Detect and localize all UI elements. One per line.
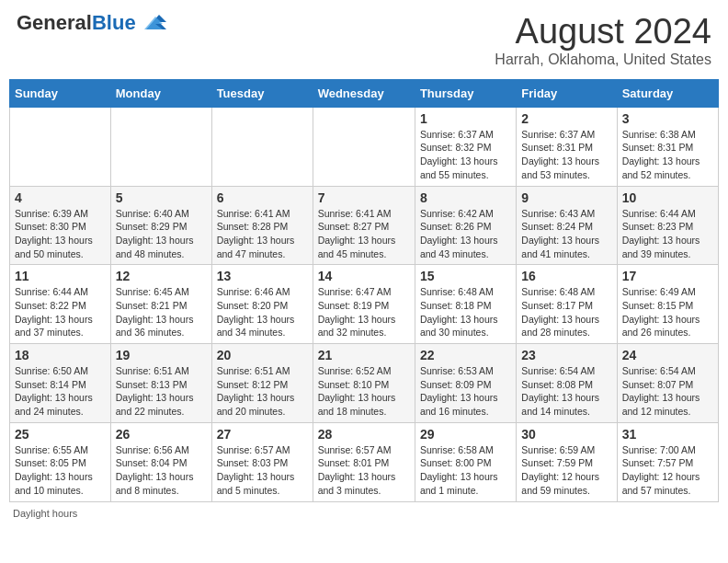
day-number: 10 (622, 190, 713, 205)
day-info: Sunrise: 6:42 AMSunset: 8:26 PMDaylight:… (420, 207, 511, 261)
logo: GeneralBlue (17, 13, 166, 33)
calendar-cell: 19Sunrise: 6:51 AMSunset: 8:13 PMDayligh… (110, 344, 211, 423)
day-number: 4 (15, 190, 106, 205)
logo-text: GeneralBlue (17, 13, 136, 33)
day-number: 21 (318, 348, 410, 362)
calendar-cell: 8Sunrise: 6:42 AMSunset: 8:26 PMDaylight… (415, 186, 516, 265)
day-info: Sunrise: 6:54 AMSunset: 8:08 PMDaylight:… (521, 364, 611, 419)
calendar-cell (313, 107, 415, 186)
day-info: Sunrise: 6:45 AMSunset: 8:21 PMDaylight:… (116, 285, 207, 339)
calendar-cell: 20Sunrise: 6:51 AMSunset: 8:12 PMDayligh… (211, 344, 313, 423)
calendar-cell: 7Sunrise: 6:41 AMSunset: 8:27 PMDaylight… (313, 186, 415, 265)
day-info: Sunrise: 6:50 AMSunset: 8:14 PMDaylight:… (15, 364, 106, 419)
day-info: Sunrise: 6:48 AMSunset: 8:18 PMDaylight:… (420, 285, 511, 339)
day-info: Sunrise: 6:39 AMSunset: 8:30 PMDaylight:… (15, 207, 106, 261)
day-info: Sunrise: 6:40 AMSunset: 8:29 PMDaylight:… (116, 207, 207, 261)
day-number: 6 (217, 190, 308, 205)
calendar-cell: 13Sunrise: 6:46 AMSunset: 8:20 PMDayligh… (211, 265, 313, 344)
day-info: Sunrise: 6:46 AMSunset: 8:20 PMDaylight:… (217, 285, 308, 339)
calendar-cell: 9Sunrise: 6:43 AMSunset: 8:24 PMDaylight… (517, 186, 617, 265)
day-number: 19 (116, 348, 207, 362)
day-info: Sunrise: 6:48 AMSunset: 8:17 PMDaylight:… (521, 285, 611, 339)
day-number: 16 (521, 269, 611, 283)
day-number: 2 (521, 111, 611, 126)
footer: Daylight hours (9, 508, 719, 519)
calendar-cell (110, 107, 211, 186)
day-info: Sunrise: 6:41 AMSunset: 8:27 PMDaylight:… (318, 207, 410, 261)
day-info: Sunrise: 6:51 AMSunset: 8:13 PMDaylight:… (116, 364, 207, 419)
day-header-monday: Monday (110, 79, 211, 107)
week-row-1: 1Sunrise: 6:37 AMSunset: 8:32 PMDaylight… (10, 107, 719, 186)
day-number: 9 (521, 190, 611, 205)
day-number: 18 (15, 348, 106, 362)
day-info: Sunrise: 6:47 AMSunset: 8:19 PMDaylight:… (318, 285, 410, 339)
day-info: Sunrise: 6:53 AMSunset: 8:09 PMDaylight:… (420, 364, 511, 419)
calendar-cell: 18Sunrise: 6:50 AMSunset: 8:14 PMDayligh… (10, 344, 111, 423)
day-info: Sunrise: 6:58 AMSunset: 8:00 PMDaylight:… (420, 443, 511, 498)
day-number: 15 (420, 269, 511, 283)
week-row-3: 11Sunrise: 6:44 AMSunset: 8:22 PMDayligh… (10, 265, 719, 344)
day-number: 17 (622, 269, 713, 283)
day-info: Sunrise: 6:55 AMSunset: 8:05 PMDaylight:… (15, 443, 106, 498)
day-number: 30 (521, 427, 611, 442)
calendar-cell: 27Sunrise: 6:57 AMSunset: 8:03 PMDayligh… (211, 422, 313, 501)
calendar-cell (211, 107, 313, 186)
page-header: GeneralBlue August 2024 Harrah, Oklahoma… (9, 9, 719, 72)
calendar-cell: 12Sunrise: 6:45 AMSunset: 8:21 PMDayligh… (110, 265, 211, 344)
day-info: Sunrise: 6:41 AMSunset: 8:28 PMDaylight:… (217, 207, 308, 261)
calendar-cell: 14Sunrise: 6:47 AMSunset: 8:19 PMDayligh… (313, 265, 415, 344)
day-info: Sunrise: 6:44 AMSunset: 8:22 PMDaylight:… (15, 285, 106, 339)
calendar-cell: 10Sunrise: 6:44 AMSunset: 8:23 PMDayligh… (617, 186, 718, 265)
days-header-row: SundayMondayTuesdayWednesdayThursdayFrid… (10, 79, 719, 107)
day-info: Sunrise: 6:59 AMSunset: 7:59 PMDaylight:… (521, 443, 611, 498)
day-number: 8 (420, 190, 511, 205)
day-number: 28 (318, 427, 410, 442)
day-number: 31 (622, 427, 713, 442)
day-number: 27 (217, 427, 308, 442)
day-info: Sunrise: 6:56 AMSunset: 8:04 PMDaylight:… (116, 443, 207, 498)
calendar-cell: 6Sunrise: 6:41 AMSunset: 8:28 PMDaylight… (211, 186, 313, 265)
day-number: 29 (420, 427, 511, 442)
day-header-thursday: Thursday (415, 79, 516, 107)
day-info: Sunrise: 6:37 AMSunset: 8:31 PMDaylight:… (521, 128, 611, 182)
day-info: Sunrise: 6:37 AMSunset: 8:32 PMDaylight:… (420, 128, 511, 182)
day-number: 24 (622, 348, 713, 362)
calendar-cell: 15Sunrise: 6:48 AMSunset: 8:18 PMDayligh… (415, 265, 516, 344)
day-number: 25 (15, 427, 106, 442)
title-area: August 2024 Harrah, Oklahoma, United Sta… (495, 13, 711, 68)
day-info: Sunrise: 6:38 AMSunset: 8:31 PMDaylight:… (622, 128, 713, 182)
day-number: 23 (521, 348, 611, 362)
calendar-cell: 22Sunrise: 6:53 AMSunset: 8:09 PMDayligh… (415, 344, 516, 423)
day-header-wednesday: Wednesday (313, 79, 415, 107)
day-header-saturday: Saturday (617, 79, 718, 107)
day-info: Sunrise: 6:57 AMSunset: 8:03 PMDaylight:… (217, 443, 308, 498)
day-info: Sunrise: 6:57 AMSunset: 8:01 PMDaylight:… (318, 443, 410, 498)
calendar-cell: 28Sunrise: 6:57 AMSunset: 8:01 PMDayligh… (313, 422, 415, 501)
day-number: 7 (318, 190, 410, 205)
calendar-cell (10, 107, 111, 186)
day-info: Sunrise: 6:49 AMSunset: 8:15 PMDaylight:… (622, 285, 713, 339)
day-number: 13 (217, 269, 308, 283)
calendar-cell: 30Sunrise: 6:59 AMSunset: 7:59 PMDayligh… (517, 422, 617, 501)
day-number: 5 (116, 190, 207, 205)
day-info: Sunrise: 6:44 AMSunset: 8:23 PMDaylight:… (622, 207, 713, 261)
day-info: Sunrise: 7:00 AMSunset: 7:57 PMDaylight:… (622, 443, 713, 498)
day-header-sunday: Sunday (10, 79, 111, 107)
calendar-cell: 26Sunrise: 6:56 AMSunset: 8:04 PMDayligh… (110, 422, 211, 501)
day-number: 22 (420, 348, 511, 362)
calendar-cell: 16Sunrise: 6:48 AMSunset: 8:17 PMDayligh… (517, 265, 617, 344)
calendar-cell: 31Sunrise: 7:00 AMSunset: 7:57 PMDayligh… (617, 422, 718, 501)
day-info: Sunrise: 6:52 AMSunset: 8:10 PMDaylight:… (318, 364, 410, 419)
calendar-cell: 1Sunrise: 6:37 AMSunset: 8:32 PMDaylight… (415, 107, 516, 186)
day-info: Sunrise: 6:43 AMSunset: 8:24 PMDaylight:… (521, 207, 611, 261)
day-number: 11 (15, 269, 106, 283)
calendar-cell: 23Sunrise: 6:54 AMSunset: 8:08 PMDayligh… (517, 344, 617, 423)
location-title: Harrah, Oklahoma, United States (495, 52, 711, 68)
week-row-5: 25Sunrise: 6:55 AMSunset: 8:05 PMDayligh… (10, 422, 719, 501)
calendar-cell: 2Sunrise: 6:37 AMSunset: 8:31 PMDaylight… (517, 107, 617, 186)
day-number: 26 (116, 427, 207, 442)
calendar-cell: 21Sunrise: 6:52 AMSunset: 8:10 PMDayligh… (313, 344, 415, 423)
week-row-4: 18Sunrise: 6:50 AMSunset: 8:14 PMDayligh… (10, 344, 719, 423)
calendar-cell: 11Sunrise: 6:44 AMSunset: 8:22 PMDayligh… (10, 265, 111, 344)
day-number: 1 (420, 111, 511, 126)
